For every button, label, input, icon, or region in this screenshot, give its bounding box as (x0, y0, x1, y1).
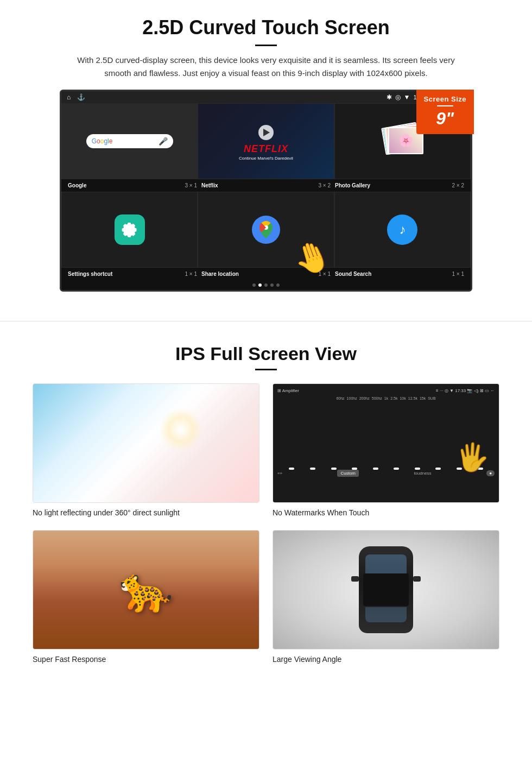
amp-icons: ≡ ··· ◎ ▼ 17:33 📷 ◁) ⊠ ▭ ← (436, 388, 495, 393)
loudness-label: loudness (414, 471, 432, 476)
bluetooth-icon: ✱ (387, 93, 392, 101)
img-cheetah: 🐆 (33, 531, 259, 649)
feature-grid: No light reflecting under 360° direct su… (33, 383, 499, 664)
section1-title: 2.5D Curved Touch Screen (33, 16, 499, 39)
netflix-logo: NETFLIX (239, 143, 293, 155)
dot-2 (258, 283, 262, 287)
amp-header: ⊞ Amplifier ≡ ··· ◎ ▼ 17:33 📷 ◁) ⊠ ▭ ← (277, 388, 495, 393)
device-wrapper: Screen Size 9" ⌂ ⚓ ✱ ◎ ▼ 15:06 ⊡ ◁) ⊠ (60, 90, 472, 292)
home-icon[interactable]: ⌂ (67, 93, 71, 101)
app-cell-google[interactable]: Google 🎤 (61, 103, 198, 179)
google-label: Google (68, 182, 86, 188)
eq-freq-labels: 60hz 100hz 200hz 500hz 1k 2.5k 10k 12.5k… (277, 396, 495, 400)
settings-size: 1 × 1 (185, 271, 197, 277)
car-rear-window (365, 607, 407, 622)
car-right-mirror (413, 576, 421, 582)
page-dots (61, 280, 471, 290)
section-divider (0, 321, 532, 321)
netflix-subtitle: Continue Marvel's Daredevil (239, 156, 293, 161)
netflix-label: Netflix (201, 182, 218, 188)
settings-icon-circle (115, 215, 145, 245)
app-cell-netflix[interactable]: NETFLIX Continue Marvel's Daredevil (198, 103, 334, 179)
google-search-bar[interactable]: Google 🎤 (86, 134, 173, 148)
amp-nav[interactable]: «» (277, 471, 282, 476)
dot-1 (252, 283, 256, 287)
badge-line (437, 105, 453, 106)
feature-image-car (273, 530, 499, 649)
img-car (273, 531, 499, 649)
usb-icon: ⚓ (77, 93, 85, 101)
play-triangle (263, 129, 270, 136)
car-roof (363, 573, 409, 606)
car-left-mirror (351, 576, 359, 582)
share-label: Share location (201, 271, 239, 277)
caption-sunlight: No light reflecting under 360° direct su… (33, 508, 259, 517)
wifi-icon: ▼ (404, 93, 410, 101)
app-cell-settings[interactable] (61, 192, 198, 268)
music-note-icon: ♪ (399, 222, 406, 237)
netflix-play-button[interactable] (258, 125, 274, 140)
title-underline-2 (255, 369, 277, 370)
label-gallery: Photo Gallery 2 × 2 (333, 182, 466, 188)
gallery-label: Photo Gallery (335, 182, 370, 188)
sound-size: 1 × 1 (452, 271, 464, 277)
status-bar-left: ⌂ ⚓ (67, 93, 85, 101)
img-sunlight (33, 384, 259, 502)
caption-viewing: Large Viewing Angle (273, 655, 499, 664)
app-cell-share[interactable]: 🤚 (198, 192, 334, 268)
badge-title: Screen Size (424, 95, 467, 103)
app-labels-row1: Google 3 × 1 Netflix 3 × 2 Photo Gallery… (61, 179, 471, 192)
section2-title: IPS Full Screen View (33, 343, 499, 364)
label-netflix: Netflix 3 × 2 (199, 182, 333, 188)
badge-size: 9" (424, 109, 467, 129)
feature-sunlight: No light reflecting under 360° direct su… (33, 383, 259, 517)
google-size: 3 × 1 (185, 182, 197, 188)
gear-svg (121, 221, 138, 238)
section1-description: With 2.5D curved-display screen, this de… (76, 54, 456, 80)
google-logo: Google (92, 137, 113, 145)
settings-label: Settings shortcut (68, 271, 112, 277)
amp-title: ⊞ Amplifier (277, 388, 299, 393)
custom-button[interactable]: Custom (337, 470, 359, 477)
photo-flower: 🌸 (398, 134, 413, 148)
label-google: Google 3 × 1 (66, 182, 199, 188)
feature-image-sunlight (33, 383, 259, 503)
section-ips: IPS Full Screen View No light reflecting… (0, 338, 532, 680)
app-cell-sound[interactable]: ♪ (334, 192, 471, 268)
feature-image-cheetah: 🐆 (33, 530, 259, 649)
feature-amplifier: ⊞ Amplifier ≡ ··· ◎ ▼ 17:33 📷 ◁) ⊠ ▭ ← 6… (273, 383, 499, 517)
eq-bars-wrapper: 🖐 (277, 402, 495, 468)
device-screen: ⌂ ⚓ ✱ ◎ ▼ 15:06 ⊡ ◁) ⊠ ▭ (60, 90, 472, 292)
sound-label: Sound Search (335, 271, 371, 277)
gallery-size: 2 × 2 (452, 182, 464, 188)
status-bar: ⌂ ⚓ ✱ ◎ ▼ 15:06 ⊡ ◁) ⊠ ▭ (61, 91, 471, 103)
app-grid-row2: 🤚 ♪ (61, 192, 471, 268)
car-top-view (359, 546, 413, 633)
title-underline (255, 45, 277, 46)
dot-5 (276, 283, 280, 287)
caption-watermarks: No Watermarks When Touch (273, 508, 499, 517)
app-labels-row2: Settings shortcut 1 × 1 Share location 1… (61, 268, 471, 280)
img-amplifier: ⊞ Amplifier ≡ ··· ◎ ▼ 17:33 📷 ◁) ⊠ ▭ ← 6… (273, 384, 499, 502)
mic-icon[interactable]: 🎤 (159, 137, 168, 146)
app-grid-row1: Google 🎤 NETFLIX Continue Marvel's Dared… (61, 103, 471, 179)
netflix-content: NETFLIX Continue Marvel's Daredevil (239, 122, 293, 161)
label-settings: Settings shortcut 1 × 1 (66, 271, 199, 277)
cheetah-emoji: 🐆 (119, 564, 173, 615)
amp-hand: 🖐 (455, 441, 489, 473)
google-maps-icon (252, 216, 280, 244)
car-windshield (365, 554, 407, 573)
feature-cheetah: 🐆 Super Fast Response (33, 530, 259, 664)
label-sound: Sound Search 1 × 1 (333, 271, 466, 277)
feature-image-amplifier: ⊞ Amplifier ≡ ··· ◎ ▼ 17:33 📷 ◁) ⊠ ▭ ← 6… (273, 383, 499, 503)
screen-size-badge: Screen Size 9" (416, 90, 474, 134)
section-curved-touch: 2.5D Curved Touch Screen With 2.5D curve… (0, 0, 532, 305)
feature-car: Large Viewing Angle (273, 530, 499, 664)
sun-glare (159, 408, 202, 451)
netflix-size: 3 × 2 (318, 182, 331, 188)
dot-3 (264, 283, 268, 287)
location-icon: ◎ (395, 93, 401, 101)
caption-fast: Super Fast Response (33, 655, 259, 664)
dot-4 (270, 283, 274, 287)
sound-icon-circle: ♪ (387, 215, 417, 245)
